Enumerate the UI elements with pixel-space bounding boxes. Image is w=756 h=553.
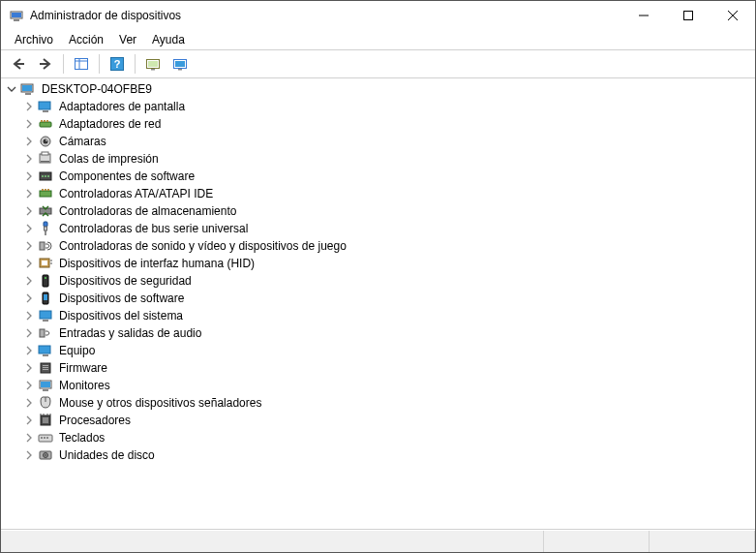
- chevron-right-icon[interactable]: [22, 292, 36, 305]
- chevron-right-icon[interactable]: [22, 448, 36, 462]
- category-icon: [38, 169, 53, 184]
- chevron-right-icon[interactable]: [22, 117, 36, 131]
- category-icon: [38, 378, 53, 393]
- tree-category-label: Controladoras de almacenamiento: [57, 203, 238, 219]
- scan-hardware-button[interactable]: [140, 51, 166, 77]
- svg-point-31: [45, 139, 47, 141]
- svg-rect-18: [175, 61, 185, 67]
- category-icon: [38, 238, 53, 254]
- tree-category-node[interactable]: Controladoras de sonido y vídeo y dispos…: [18, 237, 755, 255]
- svg-rect-19: [178, 69, 182, 71]
- tree-category-node[interactable]: Dispositivos del sistema: [18, 307, 755, 324]
- category-icon: [38, 203, 53, 219]
- tree-category-node[interactable]: Componentes de software: [18, 168, 755, 185]
- svg-rect-55: [44, 294, 47, 300]
- show-hide-tree-button[interactable]: [69, 51, 94, 77]
- svg-rect-1: [12, 13, 21, 17]
- category-icon: [38, 186, 53, 201]
- category-icon: [38, 343, 53, 358]
- svg-rect-26: [41, 120, 43, 122]
- chevron-right-icon[interactable]: [22, 274, 36, 288]
- tree-category-node[interactable]: Unidades de disco: [18, 446, 755, 464]
- category-icon: [38, 447, 53, 463]
- svg-point-36: [42, 175, 44, 177]
- tree-category-node[interactable]: Procesadores: [18, 412, 755, 429]
- chevron-right-icon[interactable]: [22, 379, 36, 392]
- svg-rect-23: [39, 102, 50, 109]
- category-icon: [38, 116, 53, 132]
- svg-rect-47: [40, 242, 45, 250]
- chevron-down-icon[interactable]: [5, 82, 18, 96]
- close-button[interactable]: [711, 1, 755, 30]
- category-icon: [38, 134, 53, 149]
- chevron-right-icon[interactable]: [22, 187, 36, 200]
- tree-category-node[interactable]: Cámaras: [18, 133, 755, 150]
- toolbar-separator: [135, 54, 136, 74]
- chevron-right-icon[interactable]: [22, 257, 36, 270]
- tree-category-node[interactable]: Adaptadores de pantalla: [18, 98, 755, 115]
- toolbar: ?: [1, 49, 755, 78]
- chevron-right-icon[interactable]: [22, 204, 36, 218]
- tree-view[interactable]: DESKTOP-04OFBE9Adaptadores de pantallaAd…: [1, 78, 755, 530]
- minimize-button[interactable]: [621, 1, 666, 30]
- tree-category-node[interactable]: Entradas y salidas de audio: [18, 324, 755, 342]
- help-button[interactable]: ?: [105, 51, 130, 77]
- tree-category-node[interactable]: Dispositivos de software: [18, 290, 755, 307]
- category-icon: [38, 430, 53, 445]
- svg-rect-77: [44, 437, 45, 439]
- back-button[interactable]: [6, 51, 31, 77]
- menu-file[interactable]: Archivo: [7, 31, 61, 48]
- tree-category-node[interactable]: Teclados: [18, 429, 755, 446]
- category-icon: [38, 395, 53, 411]
- chevron-right-icon[interactable]: [22, 431, 36, 445]
- tree-category-node[interactable]: Colas de impresión: [18, 150, 755, 168]
- forward-button[interactable]: [33, 51, 58, 77]
- menu-help[interactable]: Ayuda: [144, 31, 193, 48]
- tree-category-label: Controladoras ATA/ATAPI IDE: [57, 186, 215, 201]
- tree-root-node[interactable]: DESKTOP-04OFBE9: [1, 80, 755, 98]
- tree-category-label: Teclados: [57, 430, 106, 445]
- tree-category-node[interactable]: Dispositivos de seguridad: [18, 272, 755, 290]
- tree-category-node[interactable]: Controladoras ATA/ATAPI IDE: [18, 185, 755, 202]
- svg-rect-2: [14, 19, 19, 21]
- menu-view[interactable]: Ver: [111, 31, 144, 48]
- chevron-right-icon[interactable]: [22, 414, 36, 427]
- properties-button[interactable]: [167, 51, 193, 77]
- chevron-right-icon[interactable]: [22, 222, 36, 235]
- chevron-right-icon[interactable]: [22, 361, 36, 375]
- chevron-right-icon[interactable]: [22, 169, 36, 183]
- status-cell: [544, 531, 650, 552]
- chevron-right-icon[interactable]: [22, 135, 36, 148]
- titlebar: Administrador de dispositivos: [1, 1, 755, 30]
- tree-category-node[interactable]: Dispositivos de interfaz humana (HID): [18, 255, 755, 272]
- tree-category-node[interactable]: Controladoras de bus serie universal: [18, 220, 755, 237]
- toolbar-separator: [63, 54, 64, 74]
- chevron-right-icon[interactable]: [22, 100, 36, 113]
- category-icon: [38, 308, 53, 323]
- chevron-right-icon[interactable]: [22, 309, 36, 323]
- tree-category-node[interactable]: Firmware: [18, 359, 755, 377]
- tree-category-node[interactable]: Controladoras de almacenamiento: [18, 202, 755, 220]
- svg-rect-33: [42, 152, 48, 155]
- chevron-right-icon[interactable]: [22, 152, 36, 166]
- svg-rect-59: [39, 346, 50, 353]
- chevron-right-icon[interactable]: [22, 344, 36, 357]
- menu-action[interactable]: Acción: [61, 31, 111, 48]
- tree-category-node[interactable]: Equipo: [18, 342, 755, 359]
- menubar: Archivo Acción Ver Ayuda: [1, 30, 755, 49]
- tree-category-label: Colas de impresión: [57, 151, 161, 167]
- svg-rect-44: [44, 222, 47, 227]
- svg-rect-56: [40, 311, 51, 319]
- tree-category-node[interactable]: Adaptadores de red: [18, 115, 755, 133]
- statusbar: [1, 530, 755, 552]
- maximize-button[interactable]: [666, 1, 711, 30]
- tree-category-label: Mouse y otros dispositivos señaladores: [57, 395, 263, 411]
- chevron-right-icon[interactable]: [22, 396, 36, 410]
- tree-category-node[interactable]: Mouse y otros dispositivos señaladores: [18, 394, 755, 412]
- chevron-right-icon[interactable]: [22, 326, 36, 340]
- tree-category-node[interactable]: Monitores: [18, 377, 755, 394]
- svg-rect-25: [40, 122, 51, 127]
- chevron-right-icon[interactable]: [22, 239, 36, 253]
- svg-point-38: [47, 175, 49, 177]
- tree-category-label: Componentes de software: [57, 169, 197, 184]
